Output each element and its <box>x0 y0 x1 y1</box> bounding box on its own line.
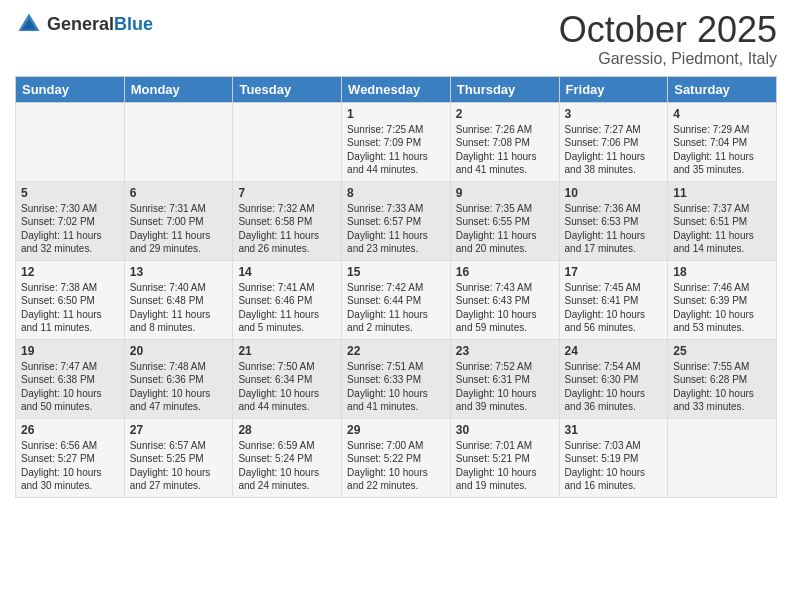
day-header-saturday: Saturday <box>668 76 777 102</box>
calendar-cell: 28Sunrise: 6:59 AM Sunset: 5:24 PM Dayli… <box>233 418 342 497</box>
day-header-sunday: Sunday <box>16 76 125 102</box>
day-number: 11 <box>673 186 771 200</box>
calendar-cell: 21Sunrise: 7:50 AM Sunset: 6:34 PM Dayli… <box>233 339 342 418</box>
calendar-cell: 27Sunrise: 6:57 AM Sunset: 5:25 PM Dayli… <box>124 418 233 497</box>
cell-info: Sunrise: 7:48 AM Sunset: 6:36 PM Dayligh… <box>130 360 228 414</box>
day-header-tuesday: Tuesday <box>233 76 342 102</box>
calendar-cell: 30Sunrise: 7:01 AM Sunset: 5:21 PM Dayli… <box>450 418 559 497</box>
cell-info: Sunrise: 7:27 AM Sunset: 7:06 PM Dayligh… <box>565 123 663 177</box>
calendar-cell <box>668 418 777 497</box>
day-number: 19 <box>21 344 119 358</box>
calendar-cell: 17Sunrise: 7:45 AM Sunset: 6:41 PM Dayli… <box>559 260 668 339</box>
cell-info: Sunrise: 7:01 AM Sunset: 5:21 PM Dayligh… <box>456 439 554 493</box>
day-number: 8 <box>347 186 445 200</box>
cell-info: Sunrise: 7:00 AM Sunset: 5:22 PM Dayligh… <box>347 439 445 493</box>
calendar-cell <box>16 102 125 181</box>
title-block: October 2025 Garessio, Piedmont, Italy <box>559 10 777 68</box>
calendar-cell: 18Sunrise: 7:46 AM Sunset: 6:39 PM Dayli… <box>668 260 777 339</box>
cell-info: Sunrise: 7:36 AM Sunset: 6:53 PM Dayligh… <box>565 202 663 256</box>
cell-info: Sunrise: 7:55 AM Sunset: 6:28 PM Dayligh… <box>673 360 771 414</box>
day-number: 14 <box>238 265 336 279</box>
logo-icon <box>15 10 43 38</box>
calendar-cell: 9Sunrise: 7:35 AM Sunset: 6:55 PM Daylig… <box>450 181 559 260</box>
day-number: 6 <box>130 186 228 200</box>
day-number: 15 <box>347 265 445 279</box>
calendar-cell: 11Sunrise: 7:37 AM Sunset: 6:51 PM Dayli… <box>668 181 777 260</box>
day-number: 28 <box>238 423 336 437</box>
day-number: 7 <box>238 186 336 200</box>
page-container: GeneralBlue October 2025 Garessio, Piedm… <box>0 0 792 508</box>
day-header-monday: Monday <box>124 76 233 102</box>
day-number: 29 <box>347 423 445 437</box>
cell-info: Sunrise: 7:32 AM Sunset: 6:58 PM Dayligh… <box>238 202 336 256</box>
cell-info: Sunrise: 7:50 AM Sunset: 6:34 PM Dayligh… <box>238 360 336 414</box>
cell-info: Sunrise: 7:40 AM Sunset: 6:48 PM Dayligh… <box>130 281 228 335</box>
cell-info: Sunrise: 7:43 AM Sunset: 6:43 PM Dayligh… <box>456 281 554 335</box>
calendar-cell: 15Sunrise: 7:42 AM Sunset: 6:44 PM Dayli… <box>342 260 451 339</box>
cell-info: Sunrise: 6:56 AM Sunset: 5:27 PM Dayligh… <box>21 439 119 493</box>
day-number: 9 <box>456 186 554 200</box>
week-row-1: 1Sunrise: 7:25 AM Sunset: 7:09 PM Daylig… <box>16 102 777 181</box>
day-number: 27 <box>130 423 228 437</box>
cell-info: Sunrise: 7:37 AM Sunset: 6:51 PM Dayligh… <box>673 202 771 256</box>
logo-text: GeneralBlue <box>47 14 153 35</box>
calendar-cell: 22Sunrise: 7:51 AM Sunset: 6:33 PM Dayli… <box>342 339 451 418</box>
day-number: 13 <box>130 265 228 279</box>
cell-info: Sunrise: 7:42 AM Sunset: 6:44 PM Dayligh… <box>347 281 445 335</box>
location-title: Garessio, Piedmont, Italy <box>559 50 777 68</box>
day-number: 30 <box>456 423 554 437</box>
day-number: 26 <box>21 423 119 437</box>
calendar-cell: 4Sunrise: 7:29 AM Sunset: 7:04 PM Daylig… <box>668 102 777 181</box>
week-row-5: 26Sunrise: 6:56 AM Sunset: 5:27 PM Dayli… <box>16 418 777 497</box>
calendar-cell: 7Sunrise: 7:32 AM Sunset: 6:58 PM Daylig… <box>233 181 342 260</box>
calendar-cell: 6Sunrise: 7:31 AM Sunset: 7:00 PM Daylig… <box>124 181 233 260</box>
cell-info: Sunrise: 7:30 AM Sunset: 7:02 PM Dayligh… <box>21 202 119 256</box>
calendar-cell: 2Sunrise: 7:26 AM Sunset: 7:08 PM Daylig… <box>450 102 559 181</box>
week-row-2: 5Sunrise: 7:30 AM Sunset: 7:02 PM Daylig… <box>16 181 777 260</box>
cell-info: Sunrise: 7:51 AM Sunset: 6:33 PM Dayligh… <box>347 360 445 414</box>
logo-general: General <box>47 14 114 34</box>
calendar-cell: 12Sunrise: 7:38 AM Sunset: 6:50 PM Dayli… <box>16 260 125 339</box>
day-number: 1 <box>347 107 445 121</box>
header: GeneralBlue October 2025 Garessio, Piedm… <box>15 10 777 68</box>
cell-info: Sunrise: 7:29 AM Sunset: 7:04 PM Dayligh… <box>673 123 771 177</box>
calendar-cell: 19Sunrise: 7:47 AM Sunset: 6:38 PM Dayli… <box>16 339 125 418</box>
calendar-cell <box>124 102 233 181</box>
cell-info: Sunrise: 7:35 AM Sunset: 6:55 PM Dayligh… <box>456 202 554 256</box>
day-number: 25 <box>673 344 771 358</box>
day-number: 24 <box>565 344 663 358</box>
calendar-cell: 3Sunrise: 7:27 AM Sunset: 7:06 PM Daylig… <box>559 102 668 181</box>
cell-info: Sunrise: 7:45 AM Sunset: 6:41 PM Dayligh… <box>565 281 663 335</box>
cell-info: Sunrise: 7:46 AM Sunset: 6:39 PM Dayligh… <box>673 281 771 335</box>
day-number: 4 <box>673 107 771 121</box>
calendar-cell: 1Sunrise: 7:25 AM Sunset: 7:09 PM Daylig… <box>342 102 451 181</box>
calendar-cell: 5Sunrise: 7:30 AM Sunset: 7:02 PM Daylig… <box>16 181 125 260</box>
calendar-cell: 20Sunrise: 7:48 AM Sunset: 6:36 PM Dayli… <box>124 339 233 418</box>
calendar-cell: 16Sunrise: 7:43 AM Sunset: 6:43 PM Dayli… <box>450 260 559 339</box>
calendar-cell: 31Sunrise: 7:03 AM Sunset: 5:19 PM Dayli… <box>559 418 668 497</box>
day-number: 3 <box>565 107 663 121</box>
calendar-cell: 14Sunrise: 7:41 AM Sunset: 6:46 PM Dayli… <box>233 260 342 339</box>
day-number: 31 <box>565 423 663 437</box>
calendar-table: SundayMondayTuesdayWednesdayThursdayFrid… <box>15 76 777 498</box>
logo: GeneralBlue <box>15 10 153 38</box>
day-header-wednesday: Wednesday <box>342 76 451 102</box>
month-title: October 2025 <box>559 10 777 50</box>
cell-info: Sunrise: 7:03 AM Sunset: 5:19 PM Dayligh… <box>565 439 663 493</box>
header-row: SundayMondayTuesdayWednesdayThursdayFrid… <box>16 76 777 102</box>
cell-info: Sunrise: 7:54 AM Sunset: 6:30 PM Dayligh… <box>565 360 663 414</box>
cell-info: Sunrise: 6:59 AM Sunset: 5:24 PM Dayligh… <box>238 439 336 493</box>
day-number: 2 <box>456 107 554 121</box>
day-header-thursday: Thursday <box>450 76 559 102</box>
day-number: 17 <box>565 265 663 279</box>
day-number: 20 <box>130 344 228 358</box>
calendar-cell: 23Sunrise: 7:52 AM Sunset: 6:31 PM Dayli… <box>450 339 559 418</box>
cell-info: Sunrise: 7:52 AM Sunset: 6:31 PM Dayligh… <box>456 360 554 414</box>
day-number: 18 <box>673 265 771 279</box>
week-row-4: 19Sunrise: 7:47 AM Sunset: 6:38 PM Dayli… <box>16 339 777 418</box>
day-header-friday: Friday <box>559 76 668 102</box>
calendar-cell: 29Sunrise: 7:00 AM Sunset: 5:22 PM Dayli… <box>342 418 451 497</box>
calendar-cell: 13Sunrise: 7:40 AM Sunset: 6:48 PM Dayli… <box>124 260 233 339</box>
day-number: 10 <box>565 186 663 200</box>
day-number: 5 <box>21 186 119 200</box>
